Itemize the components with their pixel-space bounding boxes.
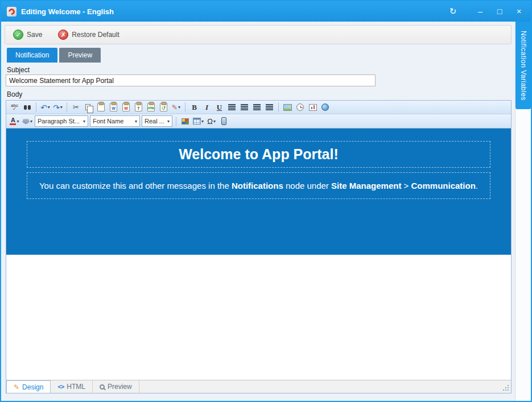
tab-html[interactable]: <> HTML [51,380,93,393]
spellcheck-icon: abc ✓ [11,103,18,111]
editor-toolbar-row-2: A ▾ ▾ Paragraph St... ▾ Font Name ▾ [6,114,511,129]
undo-button[interactable]: ↶ ▾ [39,102,51,113]
paste-from-word-button[interactable]: W [108,102,119,113]
insert-snippet-button[interactable] [218,115,230,127]
font-color-button[interactable]: A ▾ [9,115,20,127]
tab-design[interactable]: ✎ Design [6,380,51,393]
paste-plain-text-button[interactable]: T [133,102,145,113]
copy-button[interactable] [83,102,94,113]
format-stripper-button[interactable]: ✎ ▾ [170,102,182,113]
paste-text-icon: T [135,103,142,111]
paste-word-strip-font-button[interactable]: W [120,102,132,113]
separator [185,102,185,112]
save-check-icon: ✓ [13,30,23,40]
notification-variables-label: Notification Variables [519,31,527,101]
rich-text-editor: abc ✓ ↶ ▾ ↷ ▾ ✂ [6,100,512,393]
font-color-letter: A [11,117,15,123]
chevron-down-icon: ▾ [167,119,170,124]
chevron-down-icon: ▾ [48,105,50,110]
editor-canvas[interactable]: Welcome to App Portal! You can customize… [6,129,511,380]
cut-button[interactable]: ✂ [70,102,82,113]
chevron-down-icon: ▾ [135,119,137,124]
window-title: Editing Welcome - English [21,7,114,16]
restore-default-button[interactable]: ✗ Restore Default [58,30,119,40]
dialog-window: Editing Welcome - English ↻ – □ × Notifi… [0,0,532,402]
refresh-icon[interactable]: ↻ [447,6,459,17]
bold-button[interactable]: B [188,102,200,113]
code-icon: <> [57,383,64,390]
history-button[interactable] [294,102,306,113]
scissors-icon: ✂ [73,103,79,111]
word-letter: W [124,106,128,111]
paragraph-text: > [401,181,411,190]
tab-preview[interactable]: Preview [59,48,101,63]
color-palette-button[interactable] [179,115,191,127]
paragraph-bold: Notifications [232,181,283,190]
paragraph-style-value: Paragraph St... [38,118,80,125]
paste-button[interactable] [95,102,107,113]
background-color-button[interactable]: ▾ [21,115,34,127]
editor-toolbar-row-1: abc ✓ ↶ ▾ ↷ ▾ ✂ [6,101,511,114]
font-color-bar [10,123,16,125]
resize-grip[interactable] [503,385,509,391]
message-paragraph-region[interactable]: You can customize this and other message… [27,172,490,199]
message-heading-region[interactable]: Welcome to App Portal! [27,141,490,168]
close-button[interactable]: × [513,6,525,17]
paragraph-text: node under [283,181,331,190]
format-painter-icon: ✎ [172,103,178,111]
paragraph-style-select[interactable]: Paragraph St... ▾ [35,115,88,127]
chevron-down-icon: ▾ [30,119,32,124]
font-name-value: Font Name [93,118,123,125]
html-letters: HTML [147,106,155,111]
justify-button[interactable] [263,102,275,113]
tab-editor-preview[interactable]: Preview [93,380,139,393]
notification-variables-tab[interactable]: Notification Variables [515,22,531,109]
align-right-button[interactable] [251,102,263,113]
copy-icon [85,104,90,110]
subject-input[interactable] [6,74,376,86]
align-center-button[interactable] [238,102,250,113]
separator [36,102,36,112]
restore-label: Restore Default [72,31,119,39]
image-icon [283,104,292,111]
design-label: Design [22,383,43,391]
clock-icon [296,103,304,111]
window-controls: ↻ – □ × [440,6,525,17]
editor-mode-bar: ✎ Design <> HTML Preview [6,380,511,393]
align-left-button[interactable] [226,102,238,113]
font-name-select[interactable]: Font Name ▾ [90,115,140,127]
font-color-icon: A [10,117,16,125]
tab-notification[interactable]: Notification [7,48,57,63]
insert-symbol-button[interactable]: Ω ▾ [205,115,217,127]
align-right-icon [253,104,261,110]
insert-table-button[interactable]: ▾ [192,115,205,127]
separator [176,117,176,126]
chevron-down-icon: ▾ [178,105,180,110]
paste-as-html-button[interactable]: HTML [145,102,157,113]
binoculars-icon [24,105,27,110]
hyperlink-button[interactable] [319,102,331,113]
globe-icon [321,103,329,111]
titlebar: Editing Welcome - English ↻ – □ × [1,1,531,22]
align-center-icon [241,104,248,110]
paint-bucket-icon [22,118,30,125]
paste-special-button[interactable]: ↺ [158,102,170,113]
undo-icon: ↶ [40,103,47,112]
insert-image-button[interactable] [282,102,294,113]
font-size-select[interactable]: Real ... ▾ [142,115,172,127]
find-replace-button[interactable] [21,102,33,113]
save-button[interactable]: ✓ Save [13,30,42,40]
redo-button[interactable]: ↷ ▾ [52,102,64,113]
preview-label: Preview [108,383,132,391]
tab-strip: Notification Preview [7,48,102,63]
magnifier-icon [100,384,105,389]
chart-icon [309,104,317,111]
separator [278,102,279,112]
maximize-button[interactable]: □ [493,6,506,17]
insert-media-button[interactable] [307,102,319,113]
minimize-button[interactable]: – [474,6,486,17]
pencil-icon: ✎ [14,383,19,391]
underline-button[interactable]: U [213,102,225,113]
spellcheck-button[interactable]: abc ✓ [9,102,20,113]
italic-button[interactable]: I [201,102,213,113]
